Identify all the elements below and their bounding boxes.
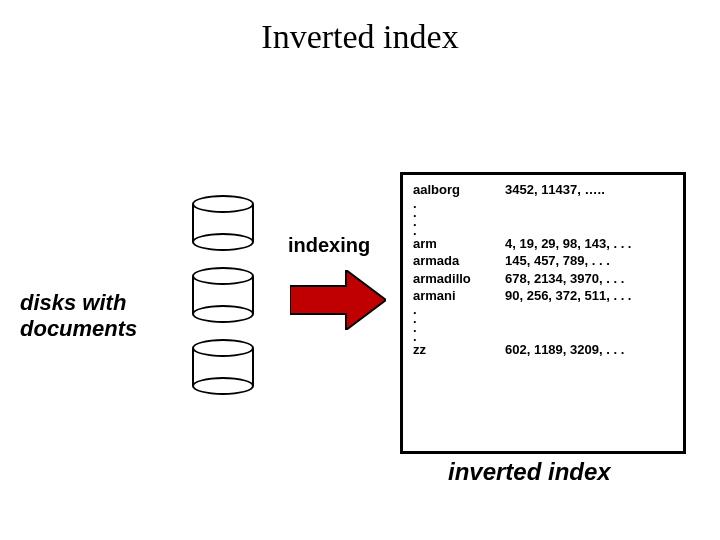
index-entry: armadillo 678, 2134, 3970, . . . [413,270,673,288]
index-term: arm [413,235,505,253]
database-cylinder-icon [192,195,254,251]
index-entry: arm 4, 19, 29, 98, 143, . . . [413,235,673,253]
disks-label: disks with documents [20,290,180,343]
indexing-step-label: indexing [288,234,370,257]
index-entry: armani 90, 256, 372, 511, . . . [413,287,673,305]
disk-stack [192,195,262,405]
inverted-index-box: aalborg 3452, 11437, ….. .... arm 4, 19,… [400,172,686,454]
svg-marker-0 [290,270,386,330]
index-entry: armada 145, 457, 789, . . . [413,252,673,270]
index-term: zz [413,341,505,359]
index-entry: aalborg 3452, 11437, ….. [413,181,673,199]
ellipsis-icon: .... [413,305,673,341]
arrow-right-icon [290,270,386,330]
slide-title: Inverted index [0,18,720,56]
index-term: armani [413,287,505,305]
index-postings: 145, 457, 789, . . . [505,252,673,270]
index-postings: 90, 256, 372, 511, . . . [505,287,673,305]
database-cylinder-icon [192,339,254,395]
database-cylinder-icon [192,267,254,323]
index-postings: 4, 19, 29, 98, 143, . . . [505,235,673,253]
index-postings: 678, 2134, 3970, . . . [505,270,673,288]
index-postings: 3452, 11437, ….. [505,181,673,199]
index-postings: 602, 1189, 3209, . . . [505,341,673,359]
index-term: armadillo [413,270,505,288]
index-term: armada [413,252,505,270]
index-term: aalborg [413,181,505,199]
index-entry: zz 602, 1189, 3209, . . . [413,341,673,359]
inverted-index-label: inverted index [448,458,611,486]
ellipsis-icon: .... [413,199,673,235]
